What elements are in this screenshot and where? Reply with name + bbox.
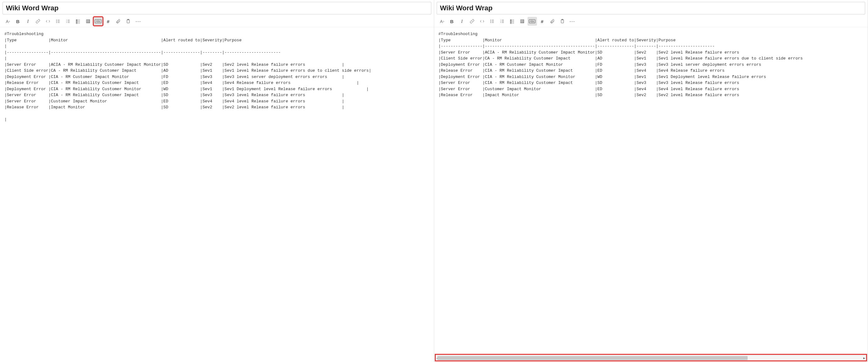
paste-button[interactable]	[558, 17, 567, 26]
table-button[interactable]	[518, 17, 527, 26]
svg-point-13	[490, 21, 491, 21]
mention-button[interactable]: #	[103, 17, 113, 26]
svg-text:3: 3	[500, 22, 501, 23]
checklist-button[interactable]	[507, 17, 517, 26]
svg-rect-19	[510, 21, 511, 22]
bold-button[interactable]: B	[447, 17, 457, 26]
code-button[interactable]	[477, 17, 487, 26]
attachment-button[interactable]	[114, 17, 123, 26]
svg-rect-9	[87, 20, 90, 23]
bullet-list-button[interactable]	[53, 17, 63, 26]
italic-button[interactable]: I	[457, 17, 467, 26]
mention-button[interactable]: #	[537, 17, 547, 26]
editor-toolbar: B I 123 Abc # ···	[434, 15, 868, 27]
attachment-button[interactable]	[548, 17, 557, 26]
italic-button[interactable]: I	[23, 17, 33, 26]
svg-rect-7	[76, 21, 77, 22]
title-bar[interactable]: Wiki Word Wrap	[437, 2, 866, 14]
more-button[interactable]: ···	[568, 17, 577, 26]
horizontal-scrollbar[interactable]: ◄ ►	[435, 355, 867, 361]
code-button[interactable]	[43, 17, 53, 26]
bold-button[interactable]: B	[13, 17, 23, 26]
text-cursor	[4, 117, 7, 122]
bullet-list-button[interactable]	[488, 17, 497, 26]
page-title: Wiki Word Wrap	[6, 4, 59, 12]
scroll-right-arrow[interactable]: ►	[862, 355, 866, 361]
numbered-list-button[interactable]: 123	[63, 17, 73, 26]
link-button[interactable]	[467, 17, 477, 26]
paste-button[interactable]	[124, 17, 133, 26]
svg-point-0	[56, 20, 57, 20]
format-dropdown[interactable]	[3, 17, 12, 26]
more-button[interactable]: ···	[133, 17, 143, 26]
svg-point-12	[490, 20, 491, 20]
word-wrap-button[interactable]: Abc	[93, 17, 103, 26]
word-wrap-button[interactable]: Abc	[528, 17, 537, 26]
table-button[interactable]	[83, 17, 93, 26]
svg-point-2	[56, 22, 57, 23]
right-pane: Wiki Word Wrap B I 123 Abc #	[434, 0, 868, 362]
scroll-thumb[interactable]	[437, 356, 748, 360]
svg-text:3: 3	[66, 22, 67, 23]
svg-rect-20	[510, 23, 511, 24]
svg-rect-21	[520, 20, 524, 23]
svg-point-1	[56, 21, 57, 21]
editor-content-wrapped[interactable]: #Troubleshooting |Type |Monitor |Alert r…	[0, 27, 434, 362]
title-bar[interactable]: Wiki Word Wrap	[2, 2, 431, 14]
checklist-button[interactable]	[73, 17, 83, 26]
page-title: Wiki Word Wrap	[440, 4, 493, 12]
link-button[interactable]	[33, 17, 43, 26]
editor-content-nowrap[interactable]: #Troubleshooting |Type |Monitor |Alert r…	[434, 27, 868, 355]
format-dropdown[interactable]	[437, 17, 447, 26]
svg-rect-8	[76, 23, 77, 24]
numbered-list-button[interactable]: 123	[497, 17, 507, 26]
editor-toolbar: B I 123 Abc # ···	[0, 15, 434, 27]
left-pane: Wiki Word Wrap B I 123 Abc #	[0, 0, 434, 362]
svg-point-14	[490, 22, 491, 23]
